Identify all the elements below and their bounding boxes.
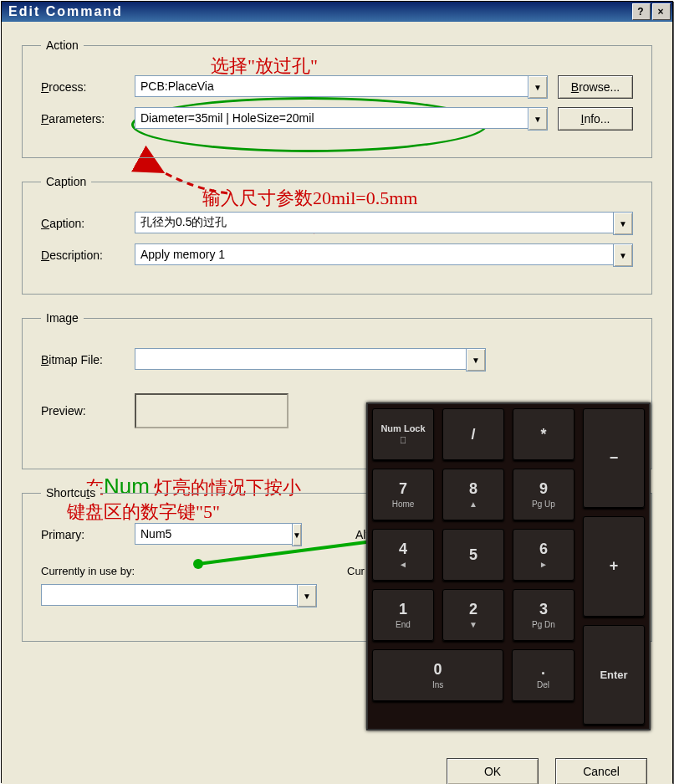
- key-0: 0Ins: [372, 649, 503, 701]
- key-divide: /: [442, 408, 504, 460]
- key-6: 6►: [513, 529, 574, 581]
- label-preview: Preview:: [41, 404, 125, 418]
- key-9: 9Pg Up: [513, 469, 574, 520]
- bitmap-dropdown-icon[interactable]: ▼: [466, 348, 486, 372]
- key-minus: −: [583, 408, 645, 508]
- description-input[interactable]: [135, 243, 613, 265]
- label-caption: Caption:: [41, 217, 125, 230]
- parameters-dropdown-icon[interactable]: ▼: [528, 107, 548, 131]
- process-input[interactable]: [135, 75, 528, 97]
- primary-dropdown-icon[interactable]: ▼: [292, 523, 302, 546]
- browse-button[interactable]: Browse...: [558, 75, 633, 99]
- dialog-body: 选择"放过孔" 输入尺寸参数20mil=0.5mm 你也可以直接输入毫米单位尺寸…: [2, 22, 672, 784]
- preview-box: [135, 393, 288, 428]
- legend-action: Action: [41, 38, 84, 52]
- dialog-window: Edit Command ? × 选择"放过孔" 输入尺寸参数20mil=0.5…: [1, 1, 673, 783]
- label-bitmap: Bitmap File:: [41, 353, 125, 366]
- legend-shortcuts: Shortcuts: [41, 486, 100, 500]
- process-dropdown-icon[interactable]: ▼: [528, 75, 548, 99]
- label-parameters: Parameters:: [41, 112, 125, 126]
- legend-image: Image: [41, 311, 84, 325]
- label-description: Description:: [41, 249, 125, 262]
- ok-button[interactable]: OK: [447, 758, 539, 784]
- key-dot: .Del: [512, 649, 574, 701]
- description-dropdown-icon[interactable]: ▼: [613, 243, 633, 267]
- caption-input[interactable]: [135, 212, 613, 233]
- key-1: 1End: [372, 589, 434, 641]
- label-inuse-2: Cur: [347, 565, 365, 577]
- group-caption: Caption Caption: ▼ Description: ▼: [22, 175, 652, 295]
- key-8: 8▲: [442, 469, 504, 520]
- key-5: 5: [442, 529, 504, 581]
- key-7: 7Home: [372, 469, 434, 520]
- key-4: 4◄: [372, 529, 434, 581]
- bitmap-input[interactable]: [135, 348, 466, 370]
- titlebar[interactable]: Edit Command ? ×: [2, 2, 672, 22]
- window-title: Edit Command: [8, 4, 123, 19]
- key-plus: +: [583, 516, 645, 616]
- key-3: 3Pg Dn: [513, 589, 574, 641]
- help-icon[interactable]: ?: [632, 3, 651, 20]
- numeric-keypad-image: Num Lock⎕ / * 7Home 8▲ 9Pg Up 4◄ 5 6►: [366, 402, 651, 730]
- key-2: 2▼: [442, 589, 504, 641]
- label-process: Process:: [41, 80, 125, 94]
- key-enter: Enter: [583, 625, 645, 725]
- inuse-dropdown-icon-1[interactable]: ▼: [297, 584, 317, 607]
- legend-caption: Caption: [41, 175, 91, 188]
- inuse-input-1[interactable]: [41, 584, 297, 606]
- cancel-button[interactable]: Cancel: [555, 758, 647, 784]
- close-icon[interactable]: ×: [652, 3, 671, 20]
- label-primary: Primary:: [41, 528, 125, 541]
- key-numlock: Num Lock⎕: [372, 408, 434, 460]
- label-inuse-1: Currently in use by:: [41, 565, 337, 577]
- key-multiply: *: [513, 408, 574, 460]
- caption-dropdown-icon[interactable]: ▼: [613, 212, 633, 235]
- primary-input[interactable]: [135, 523, 292, 545]
- group-action: Action Process: ▼ Browse... Parameters: …: [22, 38, 652, 158]
- info-button[interactable]: Info...: [558, 107, 633, 131]
- parameters-input[interactable]: [135, 107, 528, 129]
